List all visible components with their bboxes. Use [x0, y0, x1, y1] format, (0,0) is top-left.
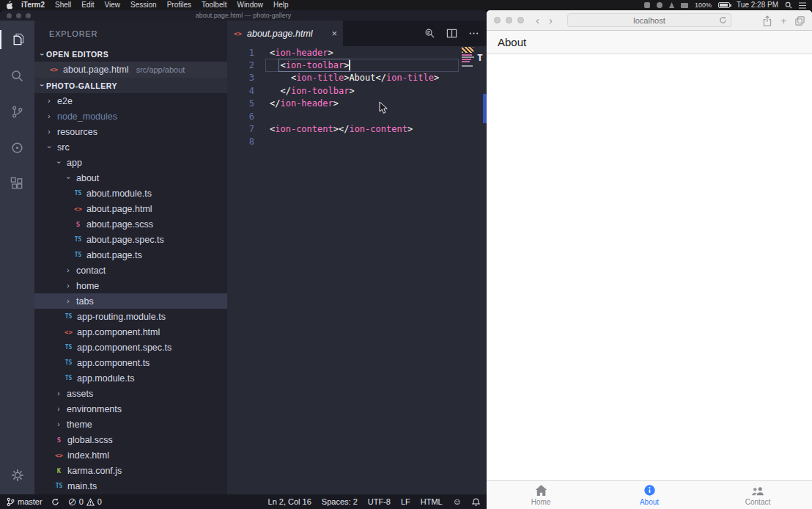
menu-edit[interactable]: Edit — [76, 0, 99, 10]
menu-session[interactable]: Session — [125, 0, 162, 10]
tree-folder-assets[interactable]: ›assets — [34, 386, 227, 401]
back-icon[interactable]: ‹ — [536, 15, 539, 26]
code-line-1[interactable]: 1<ion-header> — [227, 46, 487, 59]
encoding-setting[interactable]: UTF-8 — [368, 497, 391, 506]
extensions-icon[interactable] — [9, 175, 26, 192]
explorer-icon[interactable] — [9, 31, 26, 48]
tab-overview-icon[interactable] — [795, 16, 805, 26]
tree-file-app-routing.module.ts[interactable]: TSapp-routing.module.ts — [34, 309, 227, 324]
new-tab-icon[interactable]: + — [780, 16, 786, 26]
tree-file-main.ts[interactable]: TSmain.ts — [34, 478, 227, 494]
debug-icon[interactable] — [9, 139, 26, 156]
tree-folder-node_modules[interactable]: ›node_modules — [34, 109, 227, 124]
menu-profiles[interactable]: Profiles — [162, 0, 196, 10]
close-window-icon[interactable] — [7, 13, 12, 18]
tree-file-about.page.html[interactable]: <>about.page.html — [34, 201, 227, 216]
tree-file-app.component.ts[interactable]: TSapp.component.ts — [34, 355, 227, 370]
chevron-right-icon: › — [64, 266, 73, 274]
menu-help[interactable]: Help — [268, 0, 294, 10]
more-actions-icon[interactable] — [468, 28, 479, 39]
safari-toolbar[interactable]: ‹ › localhost + — [487, 10, 812, 31]
html-file-icon: <> — [73, 205, 83, 213]
menubar-extra-icon[interactable] — [644, 2, 650, 8]
tree-file-karma.conf.js[interactable]: Kkarma.conf.js — [34, 463, 227, 478]
code-line-8[interactable]: 8 — [227, 136, 487, 148]
code-text: </ion-toolbar> — [270, 86, 355, 96]
find-in-file-icon[interactable] — [424, 28, 435, 39]
feedback-smiley-icon[interactable]: ☺ — [453, 497, 462, 506]
tree-file-global.scss[interactable]: Sglobal.scss — [34, 432, 227, 447]
menubar-extra-icon[interactable] — [669, 2, 674, 8]
tree-folder-tabs[interactable]: ›tabs — [34, 293, 227, 309]
tree-file-about.page.scss[interactable]: Sabout.page.scss — [34, 216, 227, 232]
language-mode[interactable]: HTML — [421, 497, 443, 506]
tree-file-about.module.ts[interactable]: TSabout.module.ts — [34, 186, 227, 201]
tree-folder-home[interactable]: ›home — [34, 278, 227, 293]
zoom-window-icon[interactable] — [26, 13, 31, 18]
spotlight-icon[interactable] — [785, 1, 792, 9]
tree-folder-contact[interactable]: ›contact — [34, 263, 227, 278]
settings-gear-icon[interactable] — [9, 466, 26, 484]
code-line-3[interactable]: 3 <ion-title>About</ion-title> — [227, 72, 487, 84]
menubar-clock[interactable]: Tue 2:28 PM — [737, 0, 778, 10]
tree-folder-app[interactable]: ›app — [34, 155, 227, 170]
tab-about-page-html[interactable]: <> about.page.html × — [227, 21, 343, 46]
open-editors-header[interactable]: › OPEN EDITORS — [34, 47, 227, 62]
tree-file-index.html[interactable]: <>index.html — [34, 447, 227, 463]
address-bar[interactable]: localhost — [567, 13, 731, 27]
sync-icon[interactable] — [51, 498, 59, 506]
open-editor-item[interactable]: <> about.page.html src/app/about — [34, 62, 227, 78]
menu-shell[interactable]: Shell — [50, 0, 76, 10]
apple-menu-icon[interactable] — [6, 1, 13, 10]
indentation-setting[interactable]: Spaces: 2 — [322, 497, 358, 506]
tree-file-about.page.spec.ts[interactable]: TSabout.page.spec.ts — [34, 232, 227, 247]
safari-window-controls[interactable] — [487, 17, 524, 23]
tree-folder-theme[interactable]: ›theme — [34, 417, 227, 432]
ts-file-icon: TS — [64, 313, 73, 320]
code-editor[interactable]: 1<ion-header>2 <ion-toolbar>3 <ion-title… — [227, 46, 487, 494]
close-tab-icon[interactable]: × — [331, 29, 337, 38]
minimize-window-icon[interactable] — [16, 13, 21, 18]
notification-center-icon[interactable] — [799, 2, 806, 9]
project-root-header[interactable]: › PHOTO-GALLERY — [34, 78, 227, 93]
notifications-bell-icon[interactable] — [472, 497, 480, 507]
problems-indicator[interactable]: 0 0 — [68, 497, 102, 506]
menu-view[interactable]: View — [100, 0, 126, 10]
tab-about[interactable]: About — [595, 481, 704, 509]
vscode-titlebar[interactable]: about.page.html — photo-gallery — [0, 10, 487, 21]
menu-window[interactable]: Window — [232, 0, 268, 10]
git-branch-indicator[interactable]: master — [7, 497, 43, 507]
reload-icon[interactable] — [719, 16, 727, 24]
vscode-window-controls[interactable] — [7, 13, 31, 18]
code-line-5[interactable]: 5</ion-header> — [227, 98, 487, 110]
code-line-4[interactable]: 4 </ion-toolbar> — [227, 84, 487, 97]
tree-folder-about[interactable]: ›about — [34, 170, 227, 186]
zoom-window-icon[interactable] — [517, 17, 524, 23]
close-window-icon[interactable] — [494, 17, 501, 23]
tab-home[interactable]: Home — [487, 481, 595, 509]
tab-contact[interactable]: Contact — [704, 481, 812, 509]
tree-folder-resources[interactable]: ›resources — [34, 124, 227, 139]
tree-file-about.page.ts[interactable]: TSabout.page.ts — [34, 247, 227, 263]
eol-setting[interactable]: LF — [401, 497, 410, 506]
share-icon[interactable] — [763, 15, 772, 26]
menu-toolbelt[interactable]: Toolbelt — [196, 0, 232, 10]
code-line-2[interactable]: 2 <ion-toolbar> — [227, 59, 487, 71]
minimize-window-icon[interactable] — [506, 17, 512, 23]
tree-file-app.module.ts[interactable]: TSapp.module.ts — [34, 370, 227, 386]
cursor-position[interactable]: Ln 2, Col 16 — [268, 497, 311, 506]
code-line-7[interactable]: 7<ion-content></ion-content> — [227, 122, 487, 135]
tree-file-app.component.html[interactable]: <>app.component.html — [34, 324, 227, 340]
search-icon[interactable] — [9, 67, 26, 84]
menubar-extra-icon[interactable] — [681, 3, 688, 8]
tree-folder-environments[interactable]: ›environments — [34, 401, 227, 417]
tree-file-app.component.spec.ts[interactable]: TSapp.component.spec.ts — [34, 340, 227, 355]
forward-icon[interactable]: › — [549, 15, 553, 26]
menubar-extra-icon[interactable] — [657, 2, 662, 8]
split-editor-icon[interactable] — [446, 28, 457, 39]
tree-folder-src[interactable]: ›src — [34, 139, 227, 155]
tree-folder-e2e[interactable]: ›e2e — [34, 93, 227, 109]
code-line-6[interactable]: 6 — [227, 110, 487, 122]
menu-iterm2[interactable]: iTerm2 — [16, 0, 50, 10]
source-control-icon[interactable] — [9, 103, 26, 120]
